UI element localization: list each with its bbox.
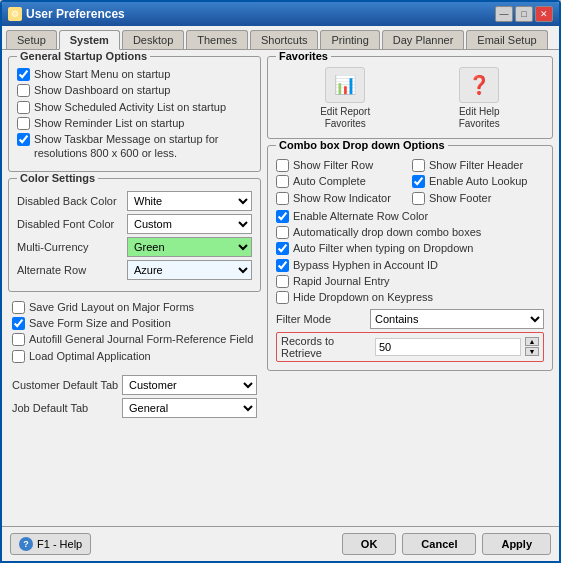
title-bar-controls: — □ ✕	[495, 6, 553, 22]
spin-up-button[interactable]: ▲	[525, 337, 539, 346]
color-settings-group: Color Settings Disabled Back Color White…	[8, 178, 261, 292]
combo-cb-r0[interactable]	[412, 159, 425, 172]
filter-mode-row: Filter Mode Contains StartsWith EndsWith	[276, 309, 544, 329]
favorites-group: Favorites 📊 Edit ReportFavorites ❓ Edit …	[267, 56, 553, 139]
combo-lbl-r1: Enable Auto Lookup	[429, 174, 527, 188]
save-checkbox-3[interactable]	[12, 350, 25, 363]
combo-cb-r2[interactable]	[412, 192, 425, 205]
startup-label-3: Show Reminder List on startup	[34, 116, 184, 130]
close-button[interactable]: ✕	[535, 6, 553, 22]
startup-checkbox-4[interactable]	[17, 133, 30, 146]
startup-checkbox-1[interactable]	[17, 84, 30, 97]
combo-box-title: Combo box Drop down Options	[276, 139, 448, 151]
combo-box-group: Combo box Drop down Options Show Filter …	[267, 145, 553, 371]
color-field-1: Disabled Font Color Custom	[17, 214, 252, 234]
tab-setup[interactable]: Setup	[6, 30, 57, 49]
combo-lbl-1: Auto Complete	[293, 174, 366, 188]
combo-lbl-r0: Show Filter Header	[429, 158, 523, 172]
ok-button[interactable]: OK	[342, 533, 397, 555]
combo-lbl-r2: Show Footer	[429, 191, 491, 205]
combo-cb-3[interactable]	[276, 210, 289, 223]
help-icon-circle: ?	[19, 537, 33, 551]
combo-cb-1[interactable]	[276, 175, 289, 188]
color-label-1: Disabled Font Color	[17, 218, 127, 230]
color-label-0: Disabled Back Color	[17, 195, 127, 207]
startup-option-1: Show Dashboard on startup	[17, 83, 252, 97]
help-label: F1 - Help	[37, 538, 82, 550]
combo-lbl-7: Rapid Journal Entry	[293, 274, 390, 288]
save-option-2: Autofill General Journal Form-Reference …	[12, 332, 257, 346]
combo-opt-r2: Show Footer	[412, 191, 544, 205]
combo-lbl-8: Hide Dropdown on Keypress	[293, 290, 433, 304]
color-select-1[interactable]: Custom	[127, 214, 252, 234]
combo-full-checks: Enable Alternate Row Color Automatically…	[276, 209, 544, 305]
combo-cb-5[interactable]	[276, 242, 289, 255]
help-button[interactable]: ? F1 - Help	[10, 533, 91, 555]
color-field-2: Multi-Currency Green	[17, 237, 252, 257]
combo-cb-0[interactable]	[276, 159, 289, 172]
startup-option-4: Show Taskbar Message on startup for reso…	[17, 132, 252, 161]
combo-cb-8[interactable]	[276, 291, 289, 304]
maximize-button[interactable]: □	[515, 6, 533, 22]
right-column: Favorites 📊 Edit ReportFavorites ❓ Edit …	[267, 56, 553, 520]
tab-system[interactable]: System	[59, 30, 120, 50]
combo-cb-7[interactable]	[276, 275, 289, 288]
color-field-3: Alternate Row Azure	[17, 260, 252, 280]
startup-checkbox-0[interactable]	[17, 68, 30, 81]
save-label-0: Save Grid Layout on Major Forms	[29, 300, 194, 314]
combo-cb-2[interactable]	[276, 192, 289, 205]
report-icon: 📊	[325, 67, 365, 103]
startup-checkbox-3[interactable]	[17, 117, 30, 130]
combo-col2: Show Filter Header Enable Auto Lookup Sh…	[412, 158, 544, 207]
cancel-button[interactable]: Cancel	[402, 533, 476, 555]
save-label-3: Load Optimal Application	[29, 349, 151, 363]
default-tab-label-1: Job Default Tab	[12, 402, 122, 414]
filter-mode-select[interactable]: Contains StartsWith EndsWith	[370, 309, 544, 329]
general-startup-group: General Startup Options Show Start Menu …	[8, 56, 261, 172]
combo-cols: Show Filter Row Auto Complete Show Row I…	[276, 158, 544, 207]
records-input[interactable]	[375, 338, 521, 356]
save-options-section: Save Grid Layout on Major Forms Save For…	[8, 298, 261, 367]
combo-cb-r1[interactable]	[412, 175, 425, 188]
favorites-title: Favorites	[276, 50, 331, 62]
startup-option-0: Show Start Menu on startup	[17, 67, 252, 81]
save-checkbox-0[interactable]	[12, 301, 25, 314]
favorites-content: 📊 Edit ReportFavorites ❓ Edit HelpFavori…	[276, 63, 544, 130]
combo-opt-3: Enable Alternate Row Color	[276, 209, 544, 223]
combo-lbl-5: Auto Filter when typing on Dropdown	[293, 241, 473, 255]
combo-lbl-0: Show Filter Row	[293, 158, 373, 172]
minimize-button[interactable]: —	[495, 6, 513, 22]
save-option-1: Save Form Size and Position	[12, 316, 257, 330]
color-select-0[interactable]: White	[127, 191, 252, 211]
apply-button[interactable]: Apply	[482, 533, 551, 555]
startup-option-3: Show Reminder List on startup	[17, 116, 252, 130]
startup-checkbox-2[interactable]	[17, 101, 30, 114]
favorite-item-report[interactable]: 📊 Edit ReportFavorites	[320, 67, 370, 130]
combo-col1: Show Filter Row Auto Complete Show Row I…	[276, 158, 408, 207]
favorite-item-help[interactable]: ❓ Edit HelpFavorites	[459, 67, 500, 130]
save-checkbox-1[interactable]	[12, 317, 25, 330]
combo-opt-r0: Show Filter Header	[412, 158, 544, 172]
color-label-3: Alternate Row	[17, 264, 127, 276]
color-select-2[interactable]: Green	[127, 237, 252, 257]
title-bar-left: ⚙ User Preferences	[8, 7, 125, 21]
tab-day-planner[interactable]: Day Planner	[382, 30, 465, 49]
tab-themes[interactable]: Themes	[186, 30, 248, 49]
tab-printing[interactable]: Printing	[320, 30, 379, 49]
spin-down-button[interactable]: ▼	[525, 347, 539, 356]
combo-opt-4: Automatically drop down combo boxes	[276, 225, 544, 239]
records-spinner: ▲ ▼	[525, 337, 539, 356]
combo-cb-4[interactable]	[276, 226, 289, 239]
default-tabs-section: Customer Default Tab Customer Job Defaul…	[8, 373, 261, 423]
window-icon: ⚙	[8, 7, 22, 21]
help-icon: ❓	[459, 67, 499, 103]
default-tab-select-0[interactable]: Customer	[122, 375, 257, 395]
save-checkbox-2[interactable]	[12, 333, 25, 346]
color-select-3[interactable]: Azure	[127, 260, 252, 280]
tab-email-setup[interactable]: Email Setup	[466, 30, 547, 49]
default-tab-select-1[interactable]: General	[122, 398, 257, 418]
tab-shortcuts[interactable]: Shortcuts	[250, 30, 318, 49]
startup-label-1: Show Dashboard on startup	[34, 83, 170, 97]
combo-cb-6[interactable]	[276, 259, 289, 272]
tab-desktop[interactable]: Desktop	[122, 30, 184, 49]
